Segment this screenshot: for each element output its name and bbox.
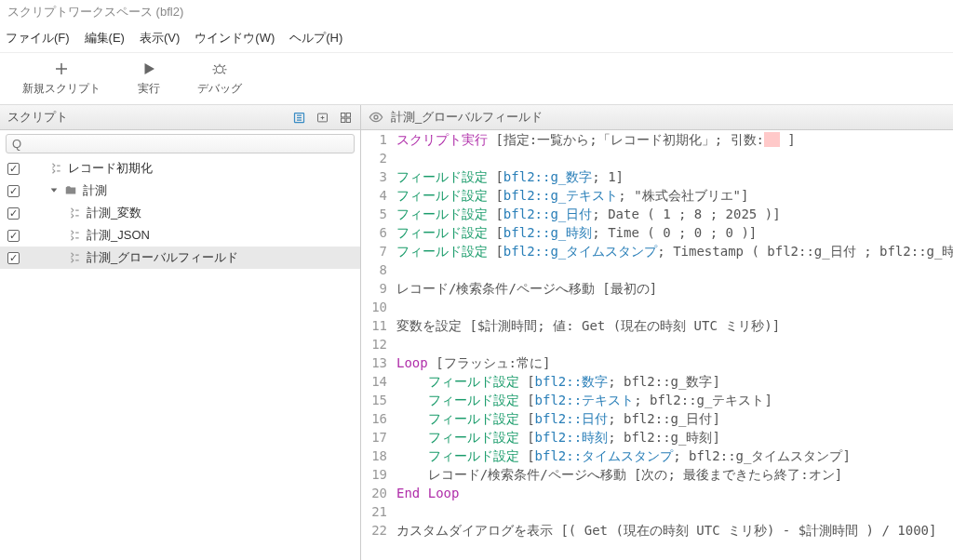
code-line[interactable]: 21 <box>361 502 953 521</box>
checkbox[interactable]: ✓ <box>7 252 20 264</box>
line-number: 16 <box>361 409 396 428</box>
plus-icon <box>53 60 70 77</box>
menu-edit[interactable]: 編集(E) <box>85 30 125 47</box>
svg-point-7 <box>374 115 378 119</box>
code-line[interactable]: 6フィールド設定 [bfl2::g_時刻; Time ( 0 ; 0 ; 0 )… <box>361 223 953 242</box>
line-number: 8 <box>361 260 396 279</box>
code-line[interactable]: 8 <box>361 260 953 279</box>
editor: 計測_グローバルフィールド 1スクリプト実行 [指定:一覧から;「レコード初期化… <box>361 105 953 560</box>
code-line[interactable]: 17 フィールド設定 [bfl2::時刻; bfl2::g_時刻] <box>361 428 953 447</box>
code-content: End Loop <box>396 484 459 502</box>
code-content: フィールド設定 [bfl2::時刻; bfl2::g_時刻] <box>396 428 720 447</box>
line-number: 7 <box>361 242 396 260</box>
code-line[interactable]: 11変数を設定 [$計測時間; 値: Get (現在の時刻 UTC ミリ秒)] <box>361 316 953 335</box>
code-line[interactable]: 14 フィールド設定 [bfl2::数字; bfl2::g_数字] <box>361 372 953 391</box>
code-line[interactable]: 18 フィールド設定 [bfl2::タイムスタンプ; bfl2::g_タイムスタ… <box>361 447 953 465</box>
checkbox[interactable]: ✓ <box>7 185 20 197</box>
code-content: フィールド設定 [bfl2::g_時刻; Time ( 0 ; 0 ; 0 )] <box>396 223 757 242</box>
code-content: 変数を設定 [$計測時間; 値: Get (現在の時刻 UTC ミリ秒)] <box>396 316 780 335</box>
line-number: 13 <box>361 353 396 372</box>
debug-button[interactable]: デバッグ <box>197 60 242 97</box>
sidebar-item-label: 計測_変数 <box>87 205 141 221</box>
sidebar-header: スクリプト <box>0 105 360 130</box>
line-number: 6 <box>361 223 396 242</box>
menu-view[interactable]: 表示(V) <box>140 30 180 47</box>
code-line[interactable]: 3フィールド設定 [bfl2::g_数字; 1] <box>361 167 953 186</box>
code-line[interactable]: 1スクリプト実行 [指定:一覧から;「レコード初期化」; 引数: ] <box>361 130 953 149</box>
sidebar-item[interactable]: ✓計測_変数 <box>0 202 360 224</box>
code-line[interactable]: 10 <box>361 298 953 316</box>
code-line[interactable]: 16 フィールド設定 [bfl2::日付; bfl2::g_日付] <box>361 409 953 428</box>
search-wrap <box>0 130 360 157</box>
code-content: レコード/検索条件/ページへ移動 [最初の] <box>396 279 657 298</box>
code-line[interactable]: 12 <box>361 335 953 353</box>
line-number: 3 <box>361 167 396 186</box>
svg-rect-5 <box>342 118 345 122</box>
run-button[interactable]: 実行 <box>138 60 160 97</box>
code-line[interactable]: 4フィールド設定 [bfl2::g_テキスト; "株式会社ブリエ"] <box>361 186 953 205</box>
code-line[interactable]: 19 レコード/検索条件/ページへ移動 [次の; 最後まできたら終了:オン] <box>361 465 953 484</box>
editor-title: 計測_グローバルフィールド <box>391 109 543 126</box>
code-line[interactable]: 22カスタムダイアログを表示 [( Get (現在の時刻 UTC ミリ秒) - … <box>361 521 953 540</box>
bug-icon <box>211 60 228 77</box>
line-number: 17 <box>361 428 396 447</box>
svg-rect-6 <box>346 118 350 122</box>
sidebar-item-label: レコード初期化 <box>68 160 153 177</box>
script-icon <box>68 207 81 220</box>
search-input[interactable] <box>6 134 355 153</box>
svg-point-0 <box>216 66 223 73</box>
line-number: 5 <box>361 205 396 223</box>
line-number: 9 <box>361 279 396 298</box>
editor-body[interactable]: 1スクリプト実行 [指定:一覧から;「レコード初期化」; 引数: ]23フィール… <box>361 130 953 560</box>
sidebar-folder[interactable]: ✓計測 <box>0 180 360 202</box>
code-line[interactable]: 13Loop [フラッシュ:常に] <box>361 353 953 372</box>
menu-help[interactable]: ヘルプ(H) <box>289 30 342 47</box>
checkbox[interactable]: ✓ <box>7 230 20 242</box>
code-content: フィールド設定 [bfl2::g_タイムスタンプ; Timestamp ( bf… <box>396 242 953 260</box>
folder-icon <box>64 184 77 197</box>
sidebar-item[interactable]: ✓計測_グローバルフィールド <box>0 247 360 269</box>
code-line[interactable]: 5フィールド設定 [bfl2::g_日付; Date ( 1 ; 8 ; 202… <box>361 205 953 223</box>
code-line[interactable]: 15 フィールド設定 [bfl2::テキスト; bfl2::g_テキスト] <box>361 391 953 409</box>
run-label: 実行 <box>138 81 160 97</box>
line-number: 19 <box>361 465 396 484</box>
organize-icon[interactable] <box>339 111 353 125</box>
editor-header: 計測_グローバルフィールド <box>361 105 953 130</box>
disclosure-icon[interactable] <box>49 184 59 198</box>
play-icon <box>141 60 157 77</box>
script-icon <box>49 162 62 175</box>
code-content: フィールド設定 [bfl2::タイムスタンプ; bfl2::g_タイムスタンプ] <box>396 447 851 465</box>
code-content: フィールド設定 [bfl2::数字; bfl2::g_数字] <box>396 372 720 391</box>
code-line[interactable]: 2 <box>361 149 953 167</box>
checkbox[interactable]: ✓ <box>7 163 20 175</box>
code-content: フィールド設定 [bfl2::g_日付; Date ( 1 ; 8 ; 2025… <box>396 205 781 223</box>
code-content: フィールド設定 [bfl2::日付; bfl2::g_日付] <box>396 409 720 428</box>
sidebar-title: スクリプト <box>7 109 68 126</box>
script-icon <box>68 251 81 264</box>
line-number: 21 <box>361 502 396 521</box>
new-folder-icon[interactable] <box>315 111 329 125</box>
line-number: 20 <box>361 484 396 502</box>
sidebar-item[interactable]: ✓レコード初期化 <box>0 157 360 180</box>
debug-label: デバッグ <box>197 81 242 97</box>
new-script-button[interactable]: 新規スクリプト <box>22 60 101 97</box>
svg-rect-3 <box>342 113 345 116</box>
line-number: 4 <box>361 186 396 205</box>
code-content: カスタムダイアログを表示 [( Get (現在の時刻 UTC ミリ秒) - $計… <box>396 521 936 540</box>
line-number: 15 <box>361 391 396 409</box>
checkbox[interactable]: ✓ <box>7 207 20 220</box>
line-number: 22 <box>361 521 396 540</box>
eye-icon[interactable] <box>369 110 383 125</box>
line-number: 11 <box>361 316 396 335</box>
code-line[interactable]: 7フィールド設定 [bfl2::g_タイムスタンプ; Timestamp ( b… <box>361 242 953 260</box>
sidebar-header-icons <box>292 111 353 125</box>
main-area: スクリプト ✓レコード初期化✓計測✓計測_変数✓計測_JSON✓計測_グローバル… <box>0 105 953 560</box>
code-line[interactable]: 20End Loop <box>361 484 953 502</box>
menu-file[interactable]: ファイル(F) <box>6 30 70 47</box>
list-icon[interactable] <box>292 111 306 125</box>
code-line[interactable]: 9レコード/検索条件/ページへ移動 [最初の] <box>361 279 953 298</box>
sidebar-item[interactable]: ✓計測_JSON <box>0 224 360 247</box>
window-title: スクリプトワークスペース (bfl2) <box>0 0 953 24</box>
menu-window[interactable]: ウインドウ(W) <box>195 30 275 47</box>
line-number: 2 <box>361 149 396 167</box>
